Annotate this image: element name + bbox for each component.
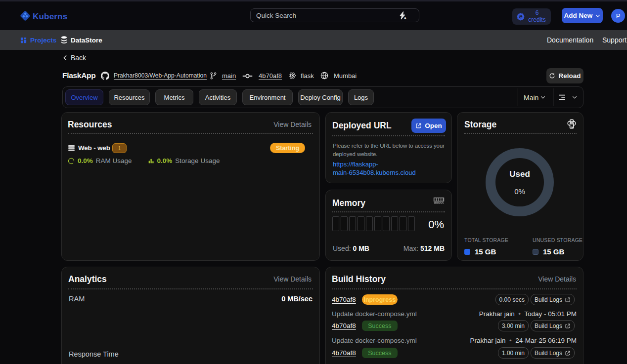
svg-text:A: A	[404, 16, 406, 20]
